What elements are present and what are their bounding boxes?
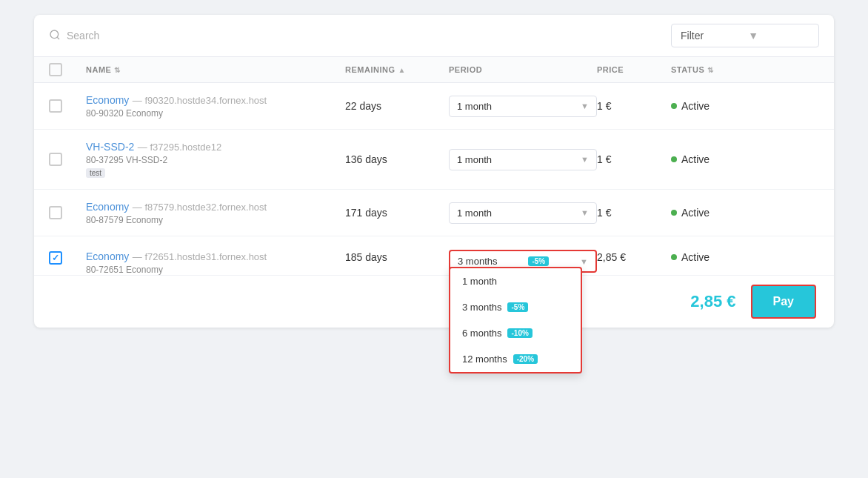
row2-name-link[interactable]: VH-SSD-2	[86, 141, 134, 153]
table-row: Economy — f72651.hostde31.fornex.host 80…	[34, 236, 834, 276]
table-header: NAME ⇅ REMAINING ▲ PERIOD PRICE STATUS ⇅	[34, 57, 834, 83]
option-6months-label: 6 months	[462, 328, 501, 339]
status-sort-icon[interactable]: ⇅	[707, 66, 714, 74]
row1-checkbox[interactable]	[49, 99, 62, 113]
row1-status-label: Active	[681, 100, 710, 112]
row1-checkbox-cell	[49, 99, 86, 113]
row4-period-cell: 3 months -5% ▼ 1 month 3 months -5% 6 mo…	[449, 250, 597, 273]
filter-arrow-icon: ▼	[748, 30, 758, 42]
row3-dropdown-arrow-icon: ▼	[581, 208, 589, 217]
row1-remaining: 22 days	[345, 100, 449, 112]
option-1month-label: 1 month	[462, 276, 497, 287]
main-container: Search Filter ▼ NAME ⇅ REMAINING ▲ PERIO…	[34, 15, 834, 328]
row2-status: Active	[671, 153, 782, 165]
table-row: Economy — f87579.hostde32.fornex.host 80…	[34, 190, 834, 236]
row1-name-cell: Economy — f90320.hostde34.fornex.host 80…	[86, 93, 345, 119]
dropdown-option-6months[interactable]: 6 months -10%	[450, 320, 581, 346]
row2-dropdown-arrow-icon: ▼	[581, 155, 589, 164]
pay-section: 2,85 € Pay	[34, 276, 834, 328]
row3-remaining: 171 days	[345, 207, 449, 219]
option-3months-label: 3 months	[462, 302, 501, 313]
row3-period-label: 1 month	[457, 208, 492, 219]
dropdown-option-12months[interactable]: 12 months -20%	[450, 346, 581, 372]
header-checkbox-col	[49, 63, 86, 76]
row4-name-suffix: — f72651.hostde31.fornex.host	[133, 251, 267, 262]
option-6months-badge: -10%	[507, 328, 532, 338]
row3-status-dot	[671, 210, 677, 216]
row3-name-cell: Economy — f87579.hostde32.fornex.host 80…	[86, 200, 345, 225]
dropdown-option-3months[interactable]: 3 months -5%	[450, 294, 581, 320]
row4-remaining: 185 days	[345, 250, 449, 263]
search-placeholder[interactable]: Search	[67, 30, 99, 42]
row4-dropdown-arrow-icon: ▼	[580, 257, 588, 266]
row3-period-select[interactable]: 1 month ▼	[449, 202, 597, 224]
row2-status-dot	[671, 156, 677, 162]
row4-name-link[interactable]: Economy	[86, 250, 129, 262]
row4-status-label: Active	[681, 251, 710, 263]
row4-status-dot	[671, 254, 677, 260]
option-12months-label: 12 months	[462, 353, 507, 365]
row1-dropdown-arrow-icon: ▼	[581, 102, 589, 110]
name-sort-icon[interactable]: ⇅	[114, 66, 121, 74]
pay-button[interactable]: Pay	[751, 285, 816, 319]
row2-name-suffix: — f37295.hostde12	[138, 142, 221, 153]
row4-name-sub: 80-72651 Economy	[86, 265, 345, 275]
row4-name-cell: Economy — f72651.hostde31.fornex.host 80…	[86, 250, 345, 275]
row3-price: 1 €	[597, 207, 671, 219]
row2-checkbox[interactable]	[49, 153, 62, 166]
row1-status: Active	[671, 100, 782, 112]
option-12months-badge: -20%	[513, 354, 538, 364]
row3-name-sub: 80-87579 Economy	[86, 215, 345, 225]
row3-name-link[interactable]: Economy	[86, 201, 129, 213]
row3-name-suffix: — f87579.hostde32.fornex.host	[133, 202, 267, 213]
row2-tag: test	[86, 168, 105, 178]
filter-dropdown[interactable]: Filter ▼	[671, 24, 819, 47]
row1-period-cell: 1 month ▼	[449, 96, 597, 117]
option-3months-badge: -5%	[507, 302, 528, 312]
toolbar: Search Filter ▼	[34, 15, 834, 57]
select-all-checkbox[interactable]	[49, 63, 62, 76]
remaining-sort-icon[interactable]: ▲	[398, 66, 405, 74]
row1-name-link[interactable]: Economy	[86, 94, 129, 106]
row3-period-cell: 1 month ▼	[449, 202, 597, 224]
row2-status-label: Active	[681, 153, 710, 165]
svg-line-1	[57, 37, 59, 39]
row2-checkbox-cell	[49, 153, 86, 166]
search-box: Search	[49, 29, 662, 43]
filter-label: Filter	[681, 30, 704, 42]
row1-period-label: 1 month	[457, 101, 492, 112]
col-remaining: REMAINING ▲	[345, 65, 449, 74]
col-name: NAME ⇅	[86, 65, 345, 74]
row2-period-cell: 1 month ▼	[449, 149, 597, 170]
row3-status: Active	[671, 207, 782, 219]
table-row: Economy — f90320.hostde34.fornex.host 80…	[34, 83, 834, 130]
row2-price: 1 €	[597, 153, 671, 165]
row4-period-label: 3 months	[458, 256, 497, 267]
row1-name-suffix: — f90320.hostde34.fornex.host	[133, 95, 267, 106]
row1-status-dot	[671, 103, 677, 109]
table-row: VH-SSD-2 — f37295.hostde12 80-37295 VH-S…	[34, 130, 834, 190]
svg-point-0	[50, 30, 59, 39]
period-dropdown-menu: 1 month 3 months -5% 6 months -10% 12 mo…	[449, 267, 582, 374]
row3-checkbox-cell	[49, 206, 86, 219]
row4-status: Active	[671, 250, 782, 263]
row4-period-badge: -5%	[528, 256, 549, 266]
row3-checkbox[interactable]	[49, 206, 62, 219]
row2-period-select[interactable]: 1 month ▼	[449, 149, 597, 170]
pay-total: 2,85 €	[690, 292, 735, 311]
row2-remaining: 136 days	[345, 153, 449, 165]
row4-checkbox[interactable]	[49, 251, 62, 265]
dropdown-option-1month[interactable]: 1 month	[450, 268, 581, 294]
row2-name-sub: 80-37295 VH-SSD-2	[86, 155, 345, 165]
row3-status-label: Active	[681, 207, 710, 219]
row1-period-select[interactable]: 1 month ▼	[449, 96, 597, 117]
row4-price: 2,85 €	[597, 250, 671, 263]
row4-checkbox-cell	[49, 250, 86, 265]
col-price: PRICE	[597, 65, 671, 74]
search-icon	[49, 29, 61, 43]
row2-period-label: 1 month	[457, 154, 492, 165]
col-period: PERIOD	[449, 65, 597, 74]
row1-name-sub: 80-90320 Economy	[86, 108, 345, 119]
row2-name-cell: VH-SSD-2 — f37295.hostde12 80-37295 VH-S…	[86, 140, 345, 179]
col-status: STATUS ⇅	[671, 65, 782, 74]
